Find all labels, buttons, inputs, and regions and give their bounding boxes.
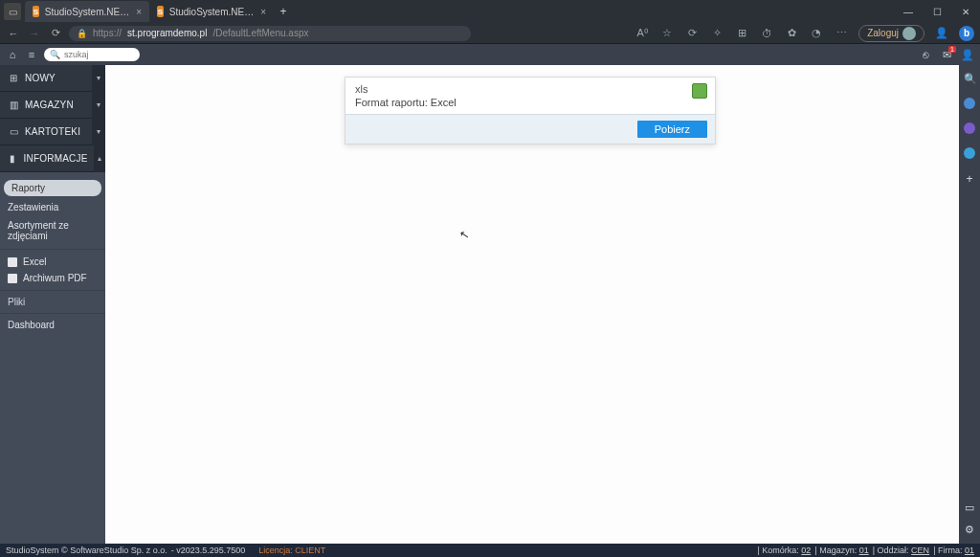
subnav-zestawienia[interactable]: Zestawienia — [0, 198, 105, 216]
excel-file-icon — [692, 83, 707, 99]
subnav-asortyment[interactable]: Asortyment ze zdjęciami — [0, 216, 105, 245]
lock-icon: 🔒 — [77, 29, 87, 38]
browser-toolbar: ← → ⟳ 🔒 https://st.programdemo.pl/Defaul… — [0, 23, 980, 44]
bing-icon[interactable]: b — [959, 26, 974, 41]
rail-search-icon[interactable]: 🔍 — [964, 73, 975, 84]
performance-icon[interactable]: ◔ — [809, 27, 824, 39]
chevron-up-icon[interactable]: ▴ — [94, 145, 105, 172]
chevron-down-icon[interactable]: ▾ — [92, 119, 105, 145]
window-maximize-button[interactable]: ☐ — [923, 7, 951, 17]
rail-tools-icon[interactable]: ▭ — [965, 501, 974, 514]
dialog-format-code: xls — [355, 83, 705, 95]
collections-icon[interactable]: ⊞ — [734, 27, 749, 39]
nav-magazyn[interactable]: ▥ MAGAZYN ▾ — [0, 92, 105, 119]
sidebar: ⊞ NOWY ▾ ▥ MAGAZYN ▾ ▭ KARTOTEKI ▾ ▮ INF… — [0, 65, 105, 544]
browser-tab-2[interactable]: S StudioSystem.NET (c) SoftwareS… × — [149, 1, 274, 22]
app-top-bar: ⌂ ≡ 🔍 ⎋ ✉1 👤 — [0, 44, 980, 65]
browser-side-rail: 🔍 + ▭ ⚙ — [959, 65, 980, 544]
back-icon[interactable]: ← — [6, 28, 21, 39]
close-icon[interactable]: × — [260, 7, 266, 17]
reload-icon[interactable]: ⟳ — [48, 27, 63, 39]
rail-app-1-icon[interactable] — [964, 98, 975, 109]
nav-informacje[interactable]: ▮ INFORMACJE ▴ — [0, 145, 105, 172]
window-close-button[interactable]: ✕ — [951, 7, 980, 17]
chevron-down-icon[interactable]: ▾ — [92, 92, 105, 119]
nav-nowy-label: NOWY — [25, 73, 86, 83]
download-button[interactable]: Pobierz — [637, 121, 707, 138]
subnav-pliki-heading[interactable]: Pliki — [0, 291, 105, 309]
more-icon[interactable]: ⋯ — [834, 27, 849, 39]
status-copyright: StudioSystem © SoftwareStudio Sp. z o.o. — [6, 546, 167, 555]
subnav-excel[interactable]: Excel — [0, 254, 105, 270]
browser-tab-1-title: StudioSystem.NET (c) SoftwareS… — [45, 7, 130, 17]
search-input[interactable] — [64, 50, 131, 59]
home-icon[interactable]: ⌂ — [6, 49, 19, 60]
file-excel-icon — [8, 257, 17, 267]
download-dialog: xls Format raportu: Excel Pobierz — [345, 77, 716, 145]
main-area: ⊞ NOWY ▾ ▥ MAGAZYN ▾ ▭ KARTOTEKI ▾ ▮ INF… — [0, 65, 980, 544]
window-controls: — ☐ ✕ — [894, 7, 980, 17]
status-oddzial-value[interactable]: CEN — [911, 546, 929, 555]
avatar-icon — [902, 27, 916, 40]
status-firma-value[interactable]: 01 — [965, 546, 974, 555]
status-license: Licencja: CLIENT — [258, 546, 325, 555]
dialog-format-line: Format raportu: Excel — [355, 97, 705, 108]
browser-tab-2-title: StudioSystem.NET (c) SoftwareS… — [169, 7, 255, 17]
tab-strip: ▭ S StudioSystem.NET (c) SoftwareS… × S … — [0, 0, 293, 23]
rail-app-3-icon[interactable] — [964, 147, 975, 159]
address-bar[interactable]: 🔒 https://st.programdemo.pl/DefaultLeftM… — [69, 26, 471, 41]
app-top-right: ⎋ ✉1 👤 — [919, 49, 974, 61]
favicon-icon: S — [157, 6, 164, 17]
rail-app-2-icon[interactable] — [964, 123, 975, 134]
sync-icon[interactable]: ⟳ — [684, 27, 700, 39]
browser-tab-1[interactable]: S StudioSystem.NET (c) SoftwareS… × — [25, 1, 149, 22]
new-tab-button[interactable]: + — [274, 5, 293, 18]
status-komorka-value[interactable]: 02 — [801, 546, 811, 555]
content-area: xls Format raportu: Excel Pobierz ↖ — [105, 65, 959, 544]
chevron-down-icon[interactable]: ▾ — [92, 65, 105, 92]
forward-icon: → — [27, 28, 42, 39]
subnav-raporty[interactable]: Raporty — [4, 180, 101, 196]
export-icon[interactable]: ⎋ — [919, 49, 932, 60]
subnav-dashboard[interactable]: Dashboard — [0, 313, 105, 334]
nav-nowy[interactable]: ⊞ NOWY ▾ — [0, 65, 105, 92]
window-titlebar: ▭ S StudioSystem.NET (c) SoftwareS… × S … — [0, 0, 980, 23]
tab-actions-icon[interactable]: ▭ — [4, 3, 21, 20]
status-komorka-label: Komórka: — [762, 546, 799, 555]
history-icon[interactable]: ⏱ — [759, 28, 774, 39]
user-icon[interactable]: 👤 — [961, 49, 974, 61]
url-path: /DefaultLeftMenu.aspx — [212, 28, 308, 38]
url-prefix: https:// — [93, 28, 122, 38]
informacje-submenu: Raporty Zestawienia Asortyment ze zdjęci… — [0, 172, 105, 340]
status-firma-label: Firma: — [938, 546, 963, 555]
messages-badge: 1 — [948, 46, 956, 53]
plus-box-icon: ⊞ — [8, 73, 19, 83]
messages-icon[interactable]: ✉1 — [940, 49, 953, 61]
login-button[interactable]: Zaloguj — [858, 25, 924, 42]
subnav-archiwum-label: Archiwum PDF — [23, 273, 87, 283]
nav-magazyn-label: MAGAZYN — [25, 100, 86, 110]
nav-informacje-label: INFORMACJE — [24, 153, 88, 164]
rail-settings-icon[interactable]: ⚙ — [965, 524, 974, 536]
window-minimize-button[interactable]: — — [894, 7, 923, 17]
info-icon: ▮ — [8, 153, 18, 164]
cards-icon: ▭ — [8, 126, 19, 137]
rail-add-icon[interactable]: + — [966, 172, 972, 186]
favorites-bar-icon[interactable]: ✧ — [709, 27, 724, 39]
login-label: Zaloguj — [867, 28, 899, 38]
close-icon[interactable]: × — [136, 7, 142, 17]
status-magazyn-value[interactable]: 01 — [859, 546, 869, 555]
read-aloud-icon[interactable]: A⁰ — [635, 27, 650, 39]
cursor-icon: ↖ — [458, 227, 470, 242]
menu-icon[interactable]: ≡ — [25, 49, 38, 60]
dialog-footer: Pobierz — [345, 114, 715, 144]
nav-kartoteki[interactable]: ▭ KARTOTEKI ▾ — [0, 119, 105, 145]
favorite-icon[interactable]: ☆ — [659, 27, 675, 39]
subnav-file-group: Excel Archiwum PDF — [0, 249, 105, 291]
subnav-archiwum[interactable]: Archiwum PDF — [0, 270, 105, 286]
status-oddzial-label: Oddział: — [878, 546, 909, 555]
app-search[interactable]: 🔍 — [44, 48, 140, 61]
extensions-icon[interactable]: ✿ — [784, 27, 799, 39]
toolbar-right: A⁰ ☆ ⟳ ✧ ⊞ ⏱ ✿ ◔ ⋯ Zaloguj 👤 b — [635, 25, 974, 42]
profile-icon[interactable]: 👤 — [934, 27, 949, 39]
